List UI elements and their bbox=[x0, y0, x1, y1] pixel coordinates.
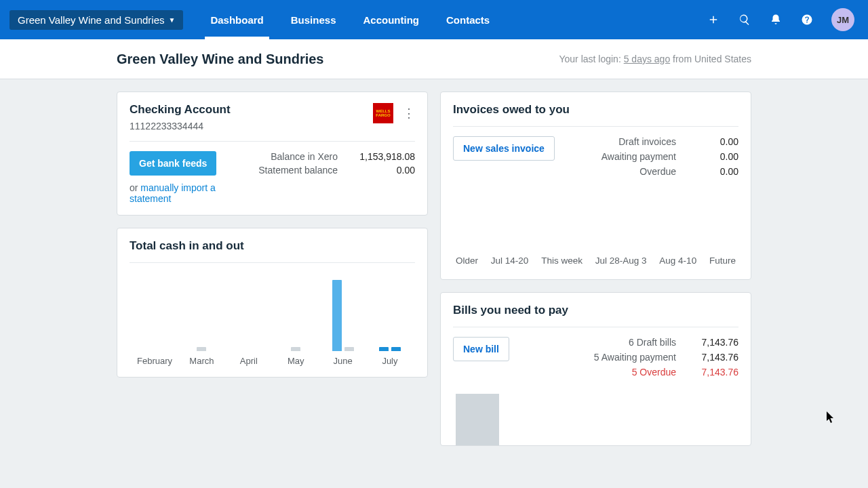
checking-number: 11122233334444 bbox=[130, 121, 231, 131]
x-label: February bbox=[136, 356, 173, 366]
bills-chart bbox=[453, 394, 738, 445]
invoice-periods: OlderJul 14-20This weekJul 28-Aug 3Aug 4… bbox=[453, 256, 738, 268]
cash-chart: FebruaryMarchAprilMayJuneJuly bbox=[130, 272, 415, 366]
bar-in bbox=[332, 280, 342, 351]
org-picker[interactable]: Green Valley Wine and Sundries ▼ bbox=[9, 10, 183, 30]
nav-accounting[interactable]: Accounting bbox=[349, 0, 433, 39]
kv-row: 5 Awaiting payment7,143.76 bbox=[594, 352, 738, 363]
bills-card: Bills you need to pay New bill 6 Draft b… bbox=[440, 292, 751, 446]
invoices-title: Invoices owed to you bbox=[453, 103, 738, 117]
left-column: Checking Account 11122233334444 WELLS FA… bbox=[117, 92, 428, 378]
nav-contacts[interactable]: Contacts bbox=[433, 0, 503, 39]
x-label: March bbox=[183, 356, 220, 366]
divider bbox=[453, 126, 738, 127]
period[interactable]: Jul 28-Aug 3 bbox=[595, 256, 647, 266]
bar-group[interactable] bbox=[372, 347, 408, 351]
main: Checking Account 11122233334444 WELLS FA… bbox=[0, 79, 868, 446]
period[interactable]: Future bbox=[709, 256, 736, 266]
kv-row: Draft invoices0.00 bbox=[601, 136, 738, 147]
page-title: Green Valley Wine and Sundries bbox=[117, 52, 323, 67]
topbar: Green Valley Wine and Sundries ▼ Dashboa… bbox=[0, 0, 868, 39]
period[interactable]: Aug 4-10 bbox=[659, 256, 696, 266]
or-line: or manually import a statement bbox=[130, 182, 243, 204]
new-sales-invoice-button[interactable]: New sales invoice bbox=[453, 136, 555, 161]
org-name: Green Valley Wine and Sundries bbox=[18, 14, 165, 26]
help-icon[interactable] bbox=[800, 13, 814, 26]
x-label: June bbox=[325, 356, 361, 366]
login-time-link[interactable]: 5 days ago bbox=[624, 54, 671, 64]
search-icon[interactable] bbox=[738, 13, 751, 26]
bar-out bbox=[344, 347, 354, 351]
kv-row: 6 Draft bills7,143.76 bbox=[594, 337, 738, 348]
get-bank-feeds-button[interactable]: Get bank feeds bbox=[130, 151, 216, 176]
checking-card: Checking Account 11122233334444 WELLS FA… bbox=[117, 92, 428, 216]
bal-stmt-label: Statement balance bbox=[243, 165, 338, 176]
divider bbox=[130, 141, 415, 142]
period[interactable]: Jul 14-20 bbox=[491, 256, 529, 266]
login-note: Your last login: 5 days ago from United … bbox=[559, 54, 751, 64]
bar-group[interactable] bbox=[325, 280, 361, 351]
kebab-icon[interactable]: ⋮ bbox=[403, 107, 415, 119]
invoices-card: Invoices owed to you New sales invoice D… bbox=[440, 92, 751, 280]
bills-bar bbox=[456, 394, 499, 445]
right-column: Invoices owed to you New sales invoice D… bbox=[440, 92, 751, 446]
kv-row: Overdue0.00 bbox=[601, 166, 738, 177]
x-label: April bbox=[231, 356, 267, 366]
bar-in bbox=[379, 347, 389, 351]
bills-title: Bills you need to pay bbox=[453, 304, 738, 317]
bal-xero-value: 1,153,918.08 bbox=[354, 151, 415, 162]
checking-title: Checking Account bbox=[130, 103, 231, 117]
bal-xero-label: Balance in Xero bbox=[243, 151, 338, 162]
period[interactable]: Older bbox=[456, 256, 478, 266]
avatar[interactable]: JM bbox=[831, 8, 854, 31]
plus-icon[interactable] bbox=[707, 13, 720, 26]
period[interactable]: This week bbox=[541, 256, 583, 266]
cash-title: Total cash in and out bbox=[130, 239, 415, 253]
caret-down-icon: ▼ bbox=[169, 16, 176, 24]
bar-out bbox=[197, 347, 206, 351]
bar-out bbox=[391, 347, 401, 351]
bal-stmt-value: 0.00 bbox=[354, 165, 415, 176]
cash-card: Total cash in and out FebruaryMarchApril… bbox=[117, 228, 428, 378]
manual-import-link[interactable]: manually import a statement bbox=[130, 182, 216, 204]
bar-out bbox=[291, 347, 300, 351]
balances: Balance in Xero1,153,918.08 Statement ba… bbox=[243, 151, 415, 178]
x-label: May bbox=[277, 356, 314, 366]
divider bbox=[453, 327, 738, 327]
bell-icon[interactable] bbox=[769, 13, 783, 26]
nav-dashboard[interactable]: Dashboard bbox=[197, 0, 277, 39]
bar-group[interactable] bbox=[183, 347, 220, 351]
bank-logo: WELLS FARGO bbox=[373, 103, 393, 123]
kv-row: Awaiting payment0.00 bbox=[601, 151, 738, 162]
nav-icons: JM bbox=[707, 8, 854, 31]
subhead: Green Valley Wine and Sundries Your last… bbox=[0, 39, 868, 79]
x-label: July bbox=[372, 356, 408, 366]
nav-business[interactable]: Business bbox=[277, 0, 350, 39]
new-bill-button[interactable]: New bill bbox=[453, 337, 509, 361]
divider bbox=[130, 262, 415, 263]
nav-links: Dashboard Business Accounting Contacts bbox=[197, 0, 503, 39]
kv-row: 5 Overdue7,143.76 bbox=[594, 367, 738, 378]
bar-group[interactable] bbox=[277, 347, 314, 351]
